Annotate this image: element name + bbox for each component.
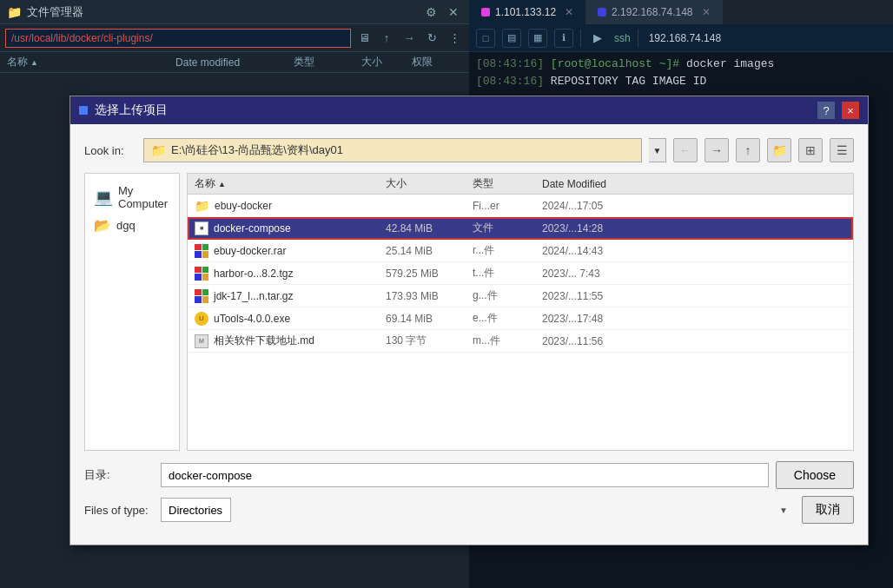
path-input[interactable] bbox=[5, 29, 351, 48]
file-date: 2023/...14:28 bbox=[542, 222, 846, 235]
folder-icon: 📁 bbox=[195, 199, 209, 213]
lookin-dropdown[interactable]: ▼ bbox=[649, 138, 666, 162]
dialog-titlebar: 选择上传项目 ? × bbox=[70, 96, 868, 124]
new-session-icon[interactable]: □ bbox=[476, 29, 495, 48]
tab1-dot bbox=[481, 8, 490, 17]
colorful-icon bbox=[195, 267, 208, 281]
file-date: 2023/...11:56 bbox=[542, 335, 846, 347]
refresh-icon[interactable]: ↻ bbox=[422, 29, 441, 48]
nav-back-button[interactable]: ← bbox=[673, 138, 698, 162]
dgq-folder-icon: 📂 bbox=[94, 217, 111, 234]
info-icon[interactable]: ℹ bbox=[554, 29, 573, 48]
prompt-1: [root@localhost ~]# bbox=[551, 57, 679, 70]
file-type: t...件 bbox=[473, 266, 542, 281]
play-icon[interactable]: ▶ bbox=[588, 29, 607, 48]
file-row[interactable]: ■ docker-compose 42.84 MiB 文件 2023/...14… bbox=[188, 217, 853, 240]
col-size[interactable]: 大小 bbox=[361, 55, 412, 69]
lookin-row: Look in: 📁 E:\尚硅谷\13-尚品甄选\资料\day01 ▼ ← →… bbox=[84, 138, 854, 162]
tab2-close[interactable]: ✕ bbox=[702, 6, 711, 18]
tab1-label: 1.101.133.12 bbox=[495, 6, 556, 18]
file-name: ■ docker-compose bbox=[195, 221, 386, 235]
monitor-icon[interactable]: 🖥 bbox=[354, 29, 374, 48]
dialog-main-content: 💻 My Computer 📂 dgq 名称 ▲ 大小 类型 bbox=[84, 173, 854, 451]
file-type: r...件 bbox=[473, 243, 542, 258]
dialog-title: 选择上传项目 bbox=[95, 102, 810, 118]
more-icon[interactable]: ⋮ bbox=[445, 29, 464, 48]
file-name: M 相关软件下载地址.md bbox=[195, 334, 386, 348]
command-1: docker images bbox=[686, 57, 774, 70]
filelist-col-date[interactable]: Date Modified bbox=[542, 178, 846, 190]
file-name: harbor-o...8.2.tgz bbox=[195, 267, 386, 281]
filemanager-toolbar: 🖥 ↑ → ↻ ⋮ bbox=[0, 24, 469, 52]
file-type: e...件 bbox=[473, 311, 542, 326]
sort-arrow: ▲ bbox=[218, 180, 226, 188]
filemanager-title: 文件管理器 bbox=[27, 4, 417, 20]
nav-up-button[interactable]: ↑ bbox=[736, 138, 760, 162]
choose-button[interactable]: Choose bbox=[776, 461, 854, 489]
file-row[interactable]: 📁 ebuy-docker Fi...er 2024/...17:05 bbox=[188, 195, 853, 217]
lookin-path-button[interactable]: 📁 E:\尚硅谷\13-尚品甄选\资料\day01 bbox=[143, 138, 642, 162]
file-row[interactable]: ebuy-docker.rar 25.14 MiB r...件 2024/...… bbox=[188, 240, 853, 262]
filelist-col-size[interactable]: 大小 bbox=[386, 176, 473, 191]
filelist-header: 名称 ▲ 大小 类型 Date Modified bbox=[188, 174, 853, 195]
file-type: m...件 bbox=[473, 334, 542, 348]
ssh-tabs-area: 1.101.133.12 ✕ 2.192.168.74.148 ✕ bbox=[469, 0, 893, 24]
tab1-close[interactable]: ✕ bbox=[565, 6, 573, 18]
file-row[interactable]: jdk-17_l...n.tar.gz 173.93 MiB g...件 202… bbox=[188, 285, 853, 307]
filetype-row: Files of type: Directories 取消 bbox=[84, 496, 854, 524]
timestamp-2: [08:43:16] bbox=[476, 75, 544, 88]
grid-view-button[interactable]: ⊞ bbox=[798, 138, 823, 162]
dialog-help-button[interactable]: ? bbox=[817, 102, 835, 119]
file-date: 2023/...11:55 bbox=[542, 290, 846, 302]
md-icon: M bbox=[195, 334, 208, 348]
ssh-tab-2[interactable]: 2.192.168.74.148 ✕ bbox=[585, 0, 722, 24]
dialog-bottom: 目录: Choose Files of type: Directories 取消 bbox=[84, 451, 854, 524]
split-icon[interactable]: ▤ bbox=[502, 29, 521, 48]
filetype-select[interactable]: Directories bbox=[161, 498, 231, 522]
left-item-computer[interactable]: 💻 My Computer bbox=[89, 181, 175, 214]
terminal-icon[interactable]: ▦ bbox=[528, 29, 547, 48]
dialog-close-button[interactable]: × bbox=[842, 102, 859, 119]
file-name: ebuy-docker.rar bbox=[195, 244, 386, 258]
nav-forward-icon[interactable]: → bbox=[400, 29, 419, 48]
new-folder-button[interactable]: 📁 bbox=[767, 138, 791, 162]
file-name: U uTools-4.0.0.exe bbox=[195, 312, 386, 326]
file-date: 2023/...17:48 bbox=[542, 313, 846, 325]
filemanager-headers: 名称 ▲ Date modified 类型 大小 权限 bbox=[0, 52, 469, 73]
tab2-dot bbox=[598, 8, 606, 17]
cancel-button[interactable]: 取消 bbox=[802, 496, 854, 524]
col-name[interactable]: 名称 ▲ bbox=[7, 55, 175, 69]
sort-icon: ▲ bbox=[30, 58, 38, 67]
toolbar-divider2 bbox=[638, 30, 638, 47]
ssh-tab-1[interactable]: 1.101.133.12 ✕ bbox=[469, 0, 585, 24]
lookin-path-text: E:\尚硅谷\13-尚品甄选\资料\day01 bbox=[171, 142, 343, 158]
settings-icon[interactable]: ⚙ bbox=[422, 3, 440, 21]
dialog-title-dot bbox=[79, 106, 88, 115]
filetype-label: Files of type: bbox=[84, 504, 154, 517]
nav-forward-button[interactable]: → bbox=[704, 138, 729, 162]
col-perms[interactable]: 权限 bbox=[412, 55, 462, 69]
timestamp-1: [08:43:16] bbox=[476, 57, 544, 70]
file-rows-container: 📁 ebuy-docker Fi...er 2024/...17:05 ■ do… bbox=[188, 195, 853, 353]
filemanager-titlebar: 📁 文件管理器 ⚙ ✕ bbox=[0, 0, 469, 24]
upload-dialog: 选择上传项目 ? × Look in: 📁 E:\尚硅谷\13-尚品甄选\资料\… bbox=[69, 96, 869, 545]
dialog-body: Look in: 📁 E:\尚硅谷\13-尚品甄选\资料\day01 ▼ ← →… bbox=[70, 124, 868, 545]
file-icon: ■ bbox=[195, 221, 208, 235]
dialog-left-panel: 💻 My Computer 📂 dgq bbox=[84, 173, 180, 451]
file-row[interactable]: M 相关软件下载地址.md 130 字节 m...件 2023/...11:56 bbox=[188, 330, 853, 353]
colorful-icon bbox=[195, 244, 208, 258]
col-date[interactable]: Date modified bbox=[175, 56, 294, 69]
file-row[interactable]: harbor-o...8.2.tgz 579.25 MiB t...件 2023… bbox=[188, 262, 853, 285]
nav-up-icon[interactable]: ↑ bbox=[377, 29, 396, 48]
left-item-dgq[interactable]: 📂 dgq bbox=[89, 214, 175, 237]
filelist-col-type[interactable]: 类型 bbox=[473, 176, 542, 191]
col-type[interactable]: 类型 bbox=[294, 55, 361, 69]
list-view-button[interactable]: ☰ bbox=[830, 138, 854, 162]
filelist-col-name[interactable]: 名称 ▲ bbox=[195, 176, 386, 191]
terminal-line-1: [08:43:16] [root@localhost ~]# docker im… bbox=[476, 56, 886, 73]
file-row[interactable]: U uTools-4.0.0.exe 69.14 MiB e...件 2023/… bbox=[188, 307, 853, 330]
close-icon[interactable]: ✕ bbox=[445, 3, 462, 21]
ssh-ip-value: 192.168.74.148 bbox=[649, 32, 721, 44]
dir-input[interactable] bbox=[161, 463, 769, 487]
file-date: 2023/... 7:43 bbox=[542, 268, 846, 280]
